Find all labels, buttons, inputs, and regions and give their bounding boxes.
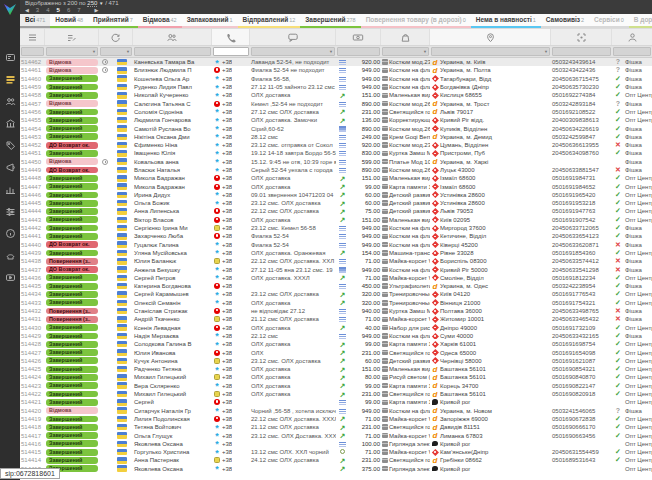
analytics-icon[interactable]	[4, 184, 16, 195]
table-row[interactable]: 514436 Завершений Сергей Петров *+38 ОЛХ…	[20, 274, 652, 282]
table-row[interactable]: 514445 Завершений Ольга Божик *+38 23.12…	[20, 199, 652, 207]
status-tab[interactable]: Запакований1	[182, 14, 238, 28]
table-row[interactable]: 514443 Завершений Віктор Власов +38 ОЛХ …	[20, 216, 652, 224]
table-row[interactable]: 514438 Повернення (з.. Юлия Баланюк +38 …	[20, 257, 652, 265]
table-row[interactable]: 514424 Завершений Михаил Гилецький +38 О…	[20, 373, 652, 381]
table-row[interactable]: 514451 Завершений Іващенко Юлія *+38 19.…	[20, 149, 652, 157]
status-tab[interactable]: Всі471	[20, 14, 50, 28]
table-row[interactable]: 514431 Повернення (з.. Андрій Ткаченко +…	[20, 315, 652, 323]
list-icon[interactable]	[20, 29, 45, 45]
table-row[interactable]: 514421 Завершений Сергей +38 99.00 Карта…	[20, 398, 652, 406]
last-page-icon[interactable]: ▶	[95, 7, 99, 14]
status-tab[interactable]: Прийнятий7	[88, 14, 138, 28]
table-row[interactable]: 514422 Завершений Михаил Гилецький +38 О…	[20, 390, 652, 398]
pin-icon[interactable]	[430, 29, 551, 45]
table-row[interactable]: 514444 Завершений Анна Липенська +38 22.…	[20, 207, 652, 215]
first-page-icon[interactable]: ◀	[25, 7, 29, 14]
table-row[interactable]: 514452 ДО Возврат ок. Єфименко Ніна *+38…	[20, 141, 652, 149]
table-row[interactable]: 514433 Завершений Олексій Семанін *+38 О…	[20, 299, 652, 307]
status-tab[interactable]: Сервіси0	[589, 14, 629, 28]
table-row[interactable]: 514448 Завершений Микола Бадражан +38 ОЛ…	[20, 174, 652, 182]
table-row[interactable]: 514429 Завершений Надія Мерзаєва *+38 22…	[20, 332, 652, 340]
chevron-down-icon[interactable]: ▼	[99, 1, 103, 6]
table-row[interactable]: 514457 Відмова Салєгина Татьяна С +38 Ке…	[20, 99, 652, 107]
table-row[interactable]: 514449 ДО Возврат ок. Власюк Наталья *+3…	[20, 166, 652, 174]
phone-icon[interactable]	[212, 29, 250, 45]
table-row[interactable]: 514428 Завершений Солодкова Галина В *+3…	[20, 340, 652, 348]
table-row[interactable]: 514447 Завершений Микола Бадражан +38 ОЛ…	[20, 182, 652, 190]
settings-icon[interactable]	[4, 206, 16, 217]
table-row[interactable]: 514416 Завершений Яковлева Оксана *+38 1…	[20, 440, 652, 448]
status-tab[interactable]: Відправлений12	[238, 14, 301, 28]
table-row[interactable]: 514432 Повернення (з.. Станіслав Стрижак…	[20, 307, 652, 315]
support-icon[interactable]	[4, 250, 16, 261]
table-row[interactable]: 514430 Завершений Ксенія Леваднaя +38 ОЛ…	[20, 324, 652, 332]
table-row[interactable]: 514418 Завершений Тетяна Войтович *+38 2…	[20, 423, 652, 431]
chat-icon[interactable]	[250, 29, 336, 45]
video-icon[interactable]	[4, 272, 16, 283]
status-tab[interactable]: Новий48	[50, 14, 88, 28]
table-row[interactable]: 514455 Завершений Людмила Гончарова *+38…	[20, 116, 652, 124]
filter-source[interactable]	[613, 47, 651, 56]
page-number[interactable]: 4	[46, 7, 49, 13]
products-icon[interactable]	[4, 140, 16, 151]
table-row[interactable]: 514426 Завершений Кучук Антонина +38 23.…	[20, 357, 652, 365]
page-number[interactable]: 5	[57, 7, 60, 13]
table-row[interactable]: 514413 Завершений Яковлева Оксана *+38 ↗…	[20, 465, 652, 473]
table-row[interactable]: 514439 Завершений Уляна Мусійовська *+38…	[20, 249, 652, 257]
status-tab[interactable]: Самовивіз2	[541, 14, 589, 28]
page-number[interactable]: 3	[36, 7, 39, 13]
company-icon[interactable]	[4, 118, 16, 129]
filter-flag[interactable]: ▼	[100, 47, 132, 56]
table-row[interactable]: 514456 Завершений Соломія Сідоніна *+38 …	[20, 108, 652, 116]
status-tab[interactable]: В дорозі додому0	[629, 14, 652, 28]
table-row[interactable]: 514434 Завершений Сергей Карамышев *+38 …	[20, 290, 652, 298]
orders-icon[interactable]	[4, 74, 16, 85]
table-row[interactable]: 514440 ДО Возврат ок. Гуцалюк Галина *+3…	[20, 241, 652, 249]
table-row[interactable]: 514437 ДО Возврат ок. Анжела Безушку *+3…	[20, 265, 652, 273]
table-row[interactable]: 514459 Завершений Руденко Лидия Павл *+3…	[20, 83, 652, 91]
page-size-link[interactable]: 250	[87, 0, 97, 7]
money-icon[interactable]	[336, 29, 381, 45]
table-row[interactable]: 514462 Відмова Каневська Тамара Ва *+38 …	[20, 58, 652, 66]
campaigns-icon[interactable]	[4, 162, 16, 173]
table-row[interactable]: 514460 Завершений Кошелева Ольга Ар *+38…	[20, 75, 652, 83]
table-row[interactable]: 514415 Завершений Горгулько Христина *+3…	[20, 448, 652, 456]
filter-id[interactable]	[21, 47, 44, 56]
filter-product[interactable]: ▼	[382, 47, 429, 56]
table-row[interactable]: 514446 Завершений Ирина Дидух *+38 09.01…	[20, 191, 652, 199]
status-tab[interactable]: Відмова42	[138, 14, 182, 28]
filter-phone-input[interactable]	[213, 47, 249, 56]
table-row[interactable]: 514442 Завершений Сергієнко Ірина Ми +38…	[20, 224, 652, 232]
app-logo-icon[interactable]	[2, 2, 18, 17]
page-number[interactable]: 6	[67, 7, 70, 13]
table-row[interactable]: 514454 Завершений Самотій Руслана Во *+3…	[20, 124, 652, 132]
table-row[interactable]: 514435 Завершений Катерина Богданова +38…	[20, 282, 652, 290]
table-row[interactable]: 514414 Завершений Анна Пастернак +38 24.…	[20, 456, 652, 464]
dashboard-icon[interactable]	[4, 52, 16, 63]
table-row[interactable]: 514453 Завершений Нікітіна Оксана Дми *+…	[20, 133, 652, 141]
table-row[interactable]: 514441 Завершений Захарченко Люба +38 Фи…	[20, 232, 652, 240]
status-tab[interactable]: Повернення товару (в дорозі)0	[361, 14, 471, 28]
table-row[interactable]: 514461 Відмова Близнюк Людмила П +38 Фиа…	[20, 66, 652, 74]
bag-icon[interactable]	[381, 29, 430, 45]
info-icon[interactable]	[4, 228, 16, 239]
table-row[interactable]: 514425 Завершений Радченко Тетяна *+38 О…	[20, 365, 652, 373]
filter-tracking[interactable]	[552, 47, 611, 56]
person-icon[interactable]	[612, 29, 652, 45]
filter-name[interactable]	[134, 47, 211, 56]
page-number[interactable]: 7	[77, 7, 80, 13]
table-row[interactable]: 514427 Завершений Юлия Иванова +38 ОЛХ ↗…	[20, 348, 652, 356]
users-icon[interactable]	[133, 29, 212, 45]
table-row[interactable]: 514423 Завершений Вера Скляренко *+38 ОЛ…	[20, 382, 652, 390]
table-row[interactable]: 514419 Завершений Лилия Подолинская +38 …	[20, 415, 652, 423]
table-row[interactable]: 514450 Відмова Ковальова анна *+38 15.12…	[20, 158, 652, 166]
filter-total[interactable]	[337, 47, 380, 56]
table-row[interactable]: 514420 Відмова Ситарчук Наталія Гр *+38 …	[20, 406, 652, 414]
edit-list-icon[interactable]	[45, 29, 99, 45]
status-tab[interactable]: Завершений278	[300, 14, 360, 28]
sync-icon[interactable]	[99, 29, 133, 45]
filter-status[interactable]: ▼	[46, 47, 98, 56]
table-row[interactable]: 514417 Завершений Ольга Глущук *+38 23.1…	[20, 431, 652, 439]
filter-comment[interactable]: ▼	[251, 47, 335, 56]
